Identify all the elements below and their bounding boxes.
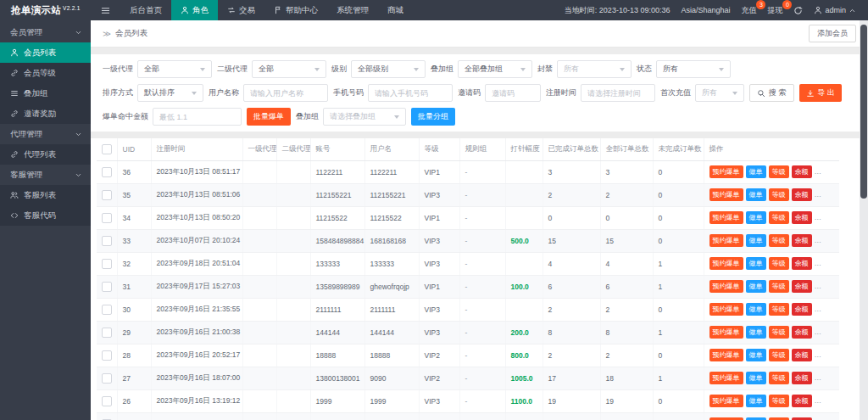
do-order-button[interactable]: 做单 — [746, 234, 766, 247]
row-checkbox[interactable] — [102, 190, 112, 200]
level1-agent-select[interactable]: 全部 — [137, 60, 212, 78]
row-checkbox[interactable] — [102, 328, 112, 338]
reserve-burst-button[interactable]: 预约爆单 — [709, 326, 743, 339]
do-order-button[interactable]: 做单 — [746, 326, 766, 339]
level-button[interactable]: 等级 — [769, 211, 789, 224]
row-checkbox[interactable] — [102, 373, 112, 384]
balance-button[interactable]: 余额 — [792, 395, 812, 407]
more-actions-button[interactable]: … — [815, 350, 823, 359]
nav-dashboard[interactable]: 后台首页 — [120, 0, 171, 20]
more-actions-button[interactable]: … — [815, 236, 823, 244]
add-member-button[interactable]: 添加会员 — [809, 25, 856, 42]
vertical-scrollbar[interactable] — [860, 20, 868, 420]
status-select[interactable]: 所有 — [656, 60, 731, 78]
row-checkbox[interactable] — [102, 167, 112, 177]
scrollbar-thumb[interactable] — [860, 25, 867, 199]
level-button[interactable]: 等级 — [769, 395, 789, 407]
reserve-burst-button[interactable]: 预约爆单 — [709, 280, 743, 293]
level-button[interactable]: 等级 — [769, 234, 789, 247]
row-checkbox[interactable] — [102, 213, 112, 223]
sidebar-section-support-management[interactable]: 客服管理 — [0, 165, 91, 185]
more-actions-button[interactable]: … — [815, 213, 823, 221]
reserve-burst-button[interactable]: 预约爆单 — [709, 303, 743, 316]
reserve-burst-button[interactable]: 预约爆单 — [709, 349, 743, 361]
level-button[interactable]: 等级 — [769, 280, 789, 293]
level-button[interactable]: 等级 — [769, 326, 789, 339]
sidebar-section-agent-management[interactable]: 代理管理 — [0, 124, 91, 144]
balance-button[interactable]: 余额 — [792, 303, 812, 316]
do-order-button[interactable]: 做单 — [746, 188, 766, 201]
do-order-button[interactable]: 做单 — [746, 211, 766, 224]
level-button[interactable]: 等级 — [769, 372, 789, 384]
user-menu[interactable]: admin — [814, 6, 856, 14]
sidebar-item-overlay-group[interactable]: 叠加组 — [0, 83, 91, 104]
batch-overlay-group-select[interactable]: 请选择叠加组 — [323, 108, 406, 126]
do-order-button[interactable]: 做单 — [746, 395, 766, 407]
nav-help-center[interactable]: 帮助中心 — [264, 0, 327, 20]
do-order-button[interactable]: 做单 — [746, 280, 766, 293]
level-button[interactable]: 等级 — [769, 349, 789, 361]
balance-button[interactable]: 余额 — [792, 280, 812, 293]
reserve-burst-button[interactable]: 预约爆单 — [709, 257, 743, 270]
search-button[interactable]: 搜 索 — [749, 84, 794, 102]
first-recharge-select[interactable]: 所有 — [695, 84, 744, 102]
do-order-button[interactable]: 做单 — [746, 349, 766, 361]
row-checkbox[interactable] — [102, 305, 112, 315]
reserve-burst-button[interactable]: 预约爆单 — [709, 188, 743, 201]
phone-input[interactable] — [368, 84, 453, 102]
sidebar-item-support-list[interactable]: 客服列表 — [0, 185, 91, 205]
do-order-button[interactable]: 做单 — [746, 257, 766, 270]
sidebar-item-member-list[interactable]: 会员列表 — [0, 42, 91, 63]
level-button[interactable]: 等级 — [769, 188, 789, 201]
balance-button[interactable]: 余额 — [792, 257, 812, 270]
balance-button[interactable]: 余额 — [792, 234, 812, 247]
nav-system[interactable]: 系统管理 — [327, 0, 378, 20]
level-button[interactable]: 等级 — [769, 257, 789, 270]
sidebar-item-agent-list[interactable]: 代理列表 — [0, 144, 91, 165]
nav-mall[interactable]: 商城 — [378, 0, 413, 20]
more-actions-button[interactable]: … — [815, 259, 823, 267]
nav-trade[interactable]: 交易 — [218, 0, 264, 20]
do-order-button[interactable]: 做单 — [746, 372, 766, 384]
balance-button[interactable]: 余额 — [792, 188, 812, 201]
row-checkbox[interactable] — [102, 350, 112, 361]
reserve-burst-button[interactable]: 预约爆单 — [709, 234, 743, 247]
reserve-burst-button[interactable]: 预约爆单 — [709, 165, 743, 178]
invite-code-input[interactable] — [485, 84, 541, 102]
sidebar-item-invite-reward[interactable]: 邀请奖励 — [0, 104, 91, 124]
level2-agent-select[interactable]: 全部 — [252, 60, 326, 78]
nav-roles[interactable]: 角色 — [171, 0, 218, 20]
do-order-button[interactable]: 做单 — [746, 303, 766, 316]
more-actions-button[interactable]: … — [815, 373, 823, 382]
level-button[interactable]: 等级 — [769, 303, 789, 316]
register-time-input[interactable] — [581, 84, 655, 102]
sort-select[interactable]: 默认排序 — [137, 84, 203, 102]
more-actions-button[interactable]: … — [815, 396, 823, 405]
burst-hit-amount-input[interactable] — [153, 108, 242, 126]
row-checkbox[interactable] — [102, 396, 112, 406]
reserve-burst-button[interactable]: 预约爆单 — [709, 372, 743, 384]
batch-burst-button[interactable]: 批量爆单 — [247, 108, 291, 126]
batch-group-button[interactable]: 批量分组 — [411, 108, 455, 126]
level-select[interactable]: 全部级别 — [351, 60, 426, 78]
balance-button[interactable]: 余额 — [792, 165, 812, 178]
reserve-burst-button[interactable]: 预约爆单 — [709, 211, 743, 224]
sidebar-item-member-level[interactable]: 会员等级 — [0, 63, 91, 83]
withdraw-link[interactable]: 提现 0 — [767, 5, 782, 16]
do-order-button[interactable]: 做单 — [746, 165, 766, 178]
balance-button[interactable]: 余额 — [792, 211, 812, 224]
balance-button[interactable]: 余额 — [792, 326, 812, 339]
sidebar-section-member-management[interactable]: 会员管理 — [0, 22, 91, 42]
level-button[interactable]: 等级 — [769, 165, 789, 178]
sidebar-item-support-code[interactable]: 客服代码 — [0, 205, 91, 226]
recharge-link[interactable]: 充值 3 — [741, 5, 756, 16]
reserve-burst-button[interactable]: 预约爆单 — [709, 395, 743, 407]
more-actions-button[interactable]: … — [815, 305, 823, 313]
balance-button[interactable]: 余额 — [792, 372, 812, 384]
ban-select[interactable]: 所有 — [557, 60, 632, 78]
refresh-button[interactable] — [793, 6, 803, 15]
more-actions-button[interactable]: … — [815, 190, 823, 199]
row-checkbox[interactable] — [102, 236, 112, 246]
more-actions-button[interactable]: … — [815, 167, 823, 176]
export-button[interactable]: 导 出 — [799, 84, 843, 102]
